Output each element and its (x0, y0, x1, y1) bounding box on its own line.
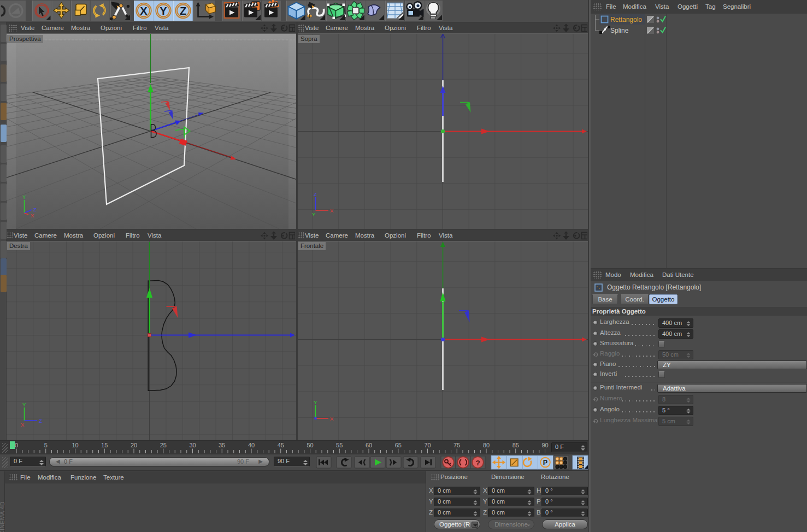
svg-text:70: 70 (424, 442, 431, 448)
svg-text:40: 40 (248, 442, 255, 448)
svg-text:50: 50 (307, 442, 313, 448)
svg-text:15: 15 (101, 442, 108, 448)
svg-text:55: 55 (336, 442, 343, 448)
svg-text:0: 0 (15, 442, 18, 448)
svg-text:P: P (543, 459, 547, 466)
svg-text:65: 65 (395, 442, 402, 448)
svg-text:20: 20 (131, 442, 137, 448)
svg-text:45: 45 (278, 442, 284, 448)
svg-text:80: 80 (483, 442, 490, 448)
svg-text:75: 75 (453, 442, 460, 448)
svg-text:5: 5 (44, 442, 48, 448)
svg-text:60: 60 (366, 442, 372, 448)
svg-text:30: 30 (189, 442, 196, 448)
svg-text:85: 85 (513, 442, 519, 448)
svg-text:25: 25 (160, 442, 167, 448)
svg-text:10: 10 (72, 442, 78, 448)
svg-text:90: 90 (541, 442, 548, 448)
svg-text:?: ? (475, 459, 480, 467)
svg-text:35: 35 (219, 442, 225, 448)
